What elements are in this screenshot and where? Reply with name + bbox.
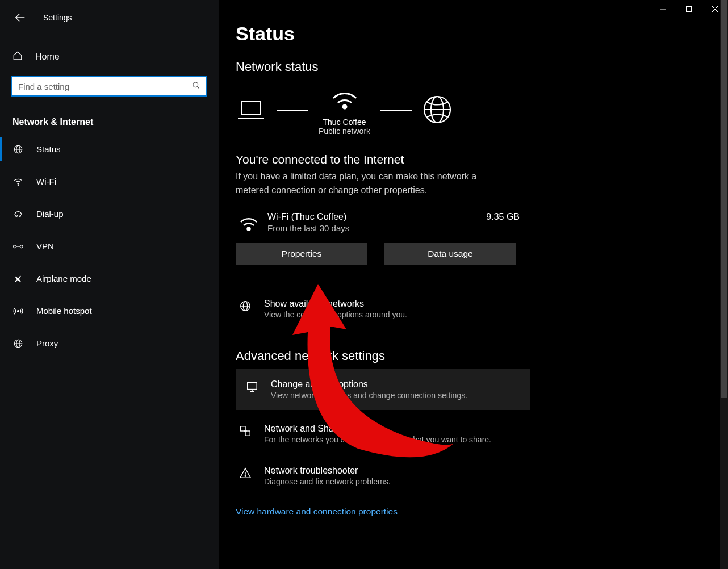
svg-point-5: [193, 82, 198, 87]
svg-point-16: [18, 310, 19, 312]
link-title: Change adapter options: [271, 379, 521, 390]
sharing-center-link[interactable]: Network and Sharing Center For the netwo…: [236, 416, 530, 452]
link-title: Network and Sharing Center: [264, 424, 528, 434]
network-diagram: Thuc Coffee Public network: [236, 86, 716, 136]
sidebar-item-home[interactable]: Home: [0, 41, 219, 73]
troubleshooter-link[interactable]: Network troubleshooter Diagnose and fix …: [236, 458, 530, 494]
main-content: Status Network status Thuc Coffee Public…: [219, 0, 728, 569]
advanced-heading: Advanced network settings: [236, 349, 716, 363]
window-controls: [650, 0, 728, 18]
network-status-heading: Network status: [236, 60, 716, 74]
data-used-value: 9.35 GB: [486, 212, 520, 222]
sidebar-item-label: Dial-up: [36, 209, 64, 219]
sidebar-item-airplane[interactable]: Airplane mode: [0, 262, 219, 295]
search-box[interactable]: [11, 76, 207, 97]
wifi-icon: [12, 177, 24, 187]
link-title: Show available networks: [264, 299, 528, 309]
window-title: Settings: [43, 13, 72, 22]
properties-button[interactable]: Properties: [236, 243, 367, 265]
sidebar-item-proxy[interactable]: Proxy: [0, 327, 219, 359]
home-icon: [12, 51, 24, 63]
maximize-button[interactable]: [676, 0, 702, 18]
svg-point-37: [245, 476, 245, 476]
svg-point-10: [18, 184, 19, 185]
link-desc: View network adapters and change connect…: [271, 391, 521, 400]
wifi-subtitle: From the last 30 days: [267, 223, 486, 233]
svg-point-26: [248, 228, 250, 231]
sidebar-item-label: Proxy: [36, 338, 58, 348]
link-title: Network troubleshooter: [264, 466, 528, 476]
sidebar-item-wifi[interactable]: Wi-Fi: [0, 165, 219, 198]
link-desc: View the connection options around you.: [264, 310, 528, 319]
globe-icon: [12, 144, 24, 154]
globe-icon: [12, 338, 24, 349]
warning-icon: [238, 466, 253, 486]
svg-point-14: [20, 245, 23, 248]
sidebar-item-label: Wi-Fi: [36, 177, 56, 186]
svg-rect-20: [241, 101, 261, 115]
svg-rect-34: [245, 431, 250, 436]
search-input[interactable]: [18, 82, 192, 91]
sidebar-item-hotspot[interactable]: Mobile hotspot: [0, 295, 219, 327]
sidebar-home-label: Home: [35, 52, 60, 62]
close-button[interactable]: [702, 0, 728, 18]
link-desc: For the networks you connect to, decide …: [264, 435, 528, 444]
vpn-icon: [12, 242, 24, 250]
hotspot-icon: [12, 306, 24, 316]
wifi-usage-row: Wi-Fi (Thuc Coffee) From the last 30 day…: [236, 212, 520, 233]
network-name: Thuc Coffee: [323, 118, 366, 127]
svg-rect-33: [241, 426, 245, 431]
svg-line-6: [197, 86, 199, 88]
svg-point-12: [19, 215, 21, 216]
search-icon: [192, 81, 200, 92]
globe-icon: [422, 95, 452, 127]
scrollbar-track[interactable]: [720, 0, 728, 569]
connected-heading: You're connected to the Internet: [236, 153, 716, 166]
wifi-icon: [331, 86, 358, 112]
sidebar-item-label: Airplane mode: [36, 274, 91, 283]
data-usage-button[interactable]: Data usage: [384, 243, 516, 265]
sidebar-item-vpn[interactable]: VPN: [0, 230, 219, 262]
laptop-icon: [236, 98, 266, 124]
minimize-button[interactable]: [650, 0, 676, 18]
link-desc: Diagnose and fix network problems.: [264, 477, 528, 486]
hardware-properties-link[interactable]: View hardware and connection properties: [236, 507, 716, 517]
svg-point-13: [14, 245, 16, 248]
wifi-title: Wi-Fi (Thuc Coffee): [267, 212, 486, 222]
scrollbar-thumb[interactable]: [721, 0, 727, 398]
back-button[interactable]: [14, 11, 27, 24]
connected-description: If you have a limited data plan, you can…: [236, 170, 497, 197]
sidebar-item-dialup[interactable]: Dial-up: [0, 198, 219, 230]
globe-icon: [238, 299, 253, 319]
sidebar-item-status[interactable]: Status: [0, 133, 219, 165]
svg-point-11: [16, 215, 18, 216]
dialup-icon: [12, 209, 24, 219]
wifi-icon: [236, 212, 267, 231]
sidebar-item-label: VPN: [36, 241, 54, 251]
svg-point-22: [343, 105, 346, 108]
monitor-icon: [245, 379, 260, 400]
svg-rect-1: [687, 7, 692, 12]
page-title: Status: [236, 23, 716, 45]
svg-rect-30: [248, 383, 257, 390]
sharing-icon: [238, 424, 253, 444]
change-adapter-link[interactable]: Change adapter options View network adap…: [236, 369, 530, 410]
sidebar: Settings Home Network & Internet Stat: [0, 0, 219, 569]
sidebar-category: Network & Internet: [0, 117, 219, 127]
network-type: Public network: [319, 127, 370, 136]
sidebar-item-label: Mobile hotspot: [36, 306, 92, 316]
airplane-icon: [12, 274, 24, 284]
sidebar-item-label: Status: [36, 144, 61, 154]
show-networks-link[interactable]: Show available networks View the connect…: [236, 291, 530, 327]
